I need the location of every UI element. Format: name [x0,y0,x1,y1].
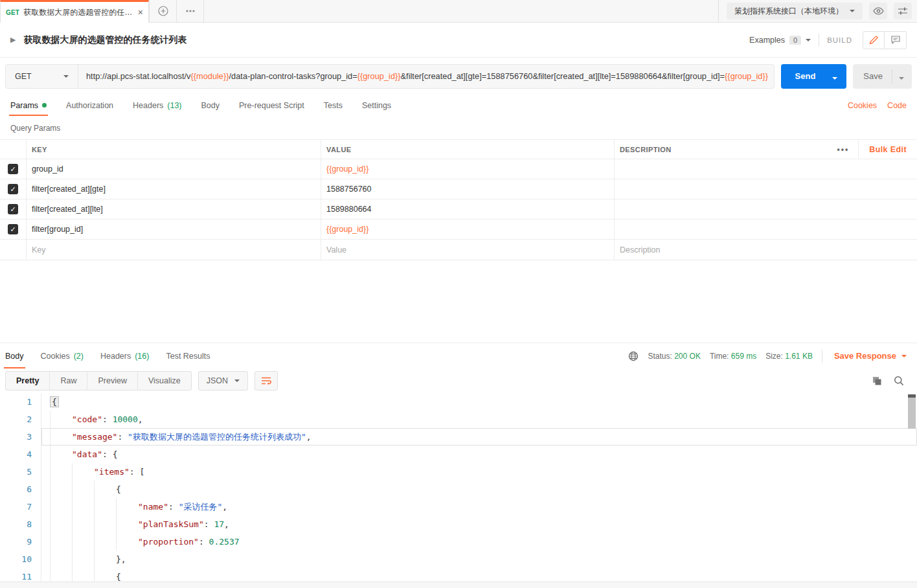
bulk-edit-link[interactable]: Bulk Edit [869,145,907,154]
param-checkbox[interactable]: ✓ [8,184,18,194]
code-token: { [116,484,121,494]
url-segment: {{module}} [190,71,229,81]
indent-guide [72,550,94,568]
url-segment: /data-plan-control-tasks?group_id= [229,71,357,81]
environment-selector[interactable]: 策划指挥系统接口（本地环境） [727,3,863,19]
indent-guide [72,515,94,533]
param-checkbox[interactable]: ✓ [8,164,18,174]
code-token: "planTaskSum" [138,519,204,529]
code-token: : [168,502,179,512]
environment-settings-button[interactable] [894,3,912,19]
response-tab-test-results[interactable]: Test Results [166,343,210,368]
wrap-text-button[interactable] [255,371,278,390]
save-label: Save [853,71,892,81]
request-tab-authorization[interactable]: Authorization [66,95,113,116]
code-token: "name" [138,502,168,512]
code-link[interactable]: Code [887,101,907,110]
copy-icon[interactable] [872,376,882,386]
response-tab-body[interactable]: Body [5,343,24,368]
edit-request-button[interactable] [863,31,885,49]
code-token: , [222,502,227,512]
response-body-editor[interactable]: 1{2"code": 10000,3"message": "获取数据大屏的选题管… [0,393,917,582]
indent-guide [116,533,138,550]
indent-guide [50,428,72,446]
globe-icon[interactable] [628,351,639,361]
param-description-placeholder[interactable]: Description [614,240,917,260]
request-tab-body[interactable]: Body [201,95,220,116]
save-button[interactable]: Save [853,64,912,89]
plus-circle-icon [158,6,168,16]
request-tab-settings[interactable]: Settings [362,95,391,116]
indent-guide [94,550,116,568]
line-number: 2 [0,411,41,428]
param-checkbox[interactable]: ✓ [8,204,18,214]
search-icon[interactable] [894,376,904,386]
scrollbar[interactable] [908,394,916,429]
collapse-arrow-icon[interactable]: ▶ [10,36,16,44]
code-token: : [117,432,128,442]
request-tab[interactable]: GET 获取数据大屏的选题管控的任务... × [0,0,149,23]
url-builder: GET http://api.pcs-stat.localhost/v{{mod… [0,58,917,95]
horizontal-scrollbar-track[interactable] [0,582,917,588]
code-line: 5"items": [ [0,463,917,481]
param-description-cell[interactable] [614,159,917,179]
indent-guide [94,498,116,515]
param-checkbox[interactable]: ✓ [8,224,18,234]
param-value-placeholder[interactable]: Value [321,240,614,260]
param-value-cell[interactable]: 1588756760 [321,179,614,199]
code-token: [ [139,467,144,477]
chevron-down-icon[interactable] [899,77,904,80]
column-header-key: KEY [26,140,321,159]
comment-icon [891,36,900,44]
request-header: ▶ 获取数据大屏的选题管控的任务统计列表 Examples 0 BUILD [0,23,917,58]
param-value-cell[interactable]: {{group_id}} [321,159,614,179]
send-button[interactable]: Send [781,64,847,89]
param-description-cell[interactable] [614,199,917,219]
param-key-cell[interactable]: group_id [26,159,321,179]
response-tab-cookies[interactable]: Cookies(2) [41,343,84,368]
close-icon[interactable]: × [138,8,143,17]
param-key-cell[interactable]: filter[group_id] [26,220,321,239]
request-title: 获取数据大屏的选题管控的任务统计列表 [23,34,187,46]
tab-options-button[interactable] [176,0,203,22]
request-tab-pre-request-script[interactable]: Pre-request Script [239,95,304,116]
response-tab-headers[interactable]: Headers(16) [100,343,149,368]
eye-icon [873,7,884,15]
param-description-cell[interactable] [614,220,917,239]
line-number: 6 [0,481,41,498]
params-menu-button[interactable]: ••• [828,145,859,154]
method-selector[interactable]: GET [6,65,78,88]
view-tab-pretty[interactable]: Pretty [6,372,49,390]
indent-guide [72,481,94,498]
url-input[interactable]: http://api.pcs-stat.localhost/v{{module}… [78,71,774,81]
cookies-link[interactable]: Cookies [848,101,877,110]
param-key-cell[interactable]: filter[created_at][gte] [26,179,321,199]
code-token: 17 [214,519,224,529]
request-tab-params[interactable]: Params [10,95,47,116]
param-description-cell[interactable] [614,179,917,199]
indent-guide [72,463,94,481]
request-tab-tests[interactable]: Tests [324,95,343,116]
view-tab-preview[interactable]: Preview [87,372,137,390]
comments-button[interactable] [885,31,907,49]
save-response-button[interactable]: Save Response [834,351,907,361]
view-tab-raw[interactable]: Raw [49,372,87,390]
param-value-cell[interactable]: {{group_id}} [321,220,614,239]
environment-quick-look-button[interactable] [869,3,887,19]
code-token: "获取数据大屏的选题管控的任务统计列表成功" [128,432,306,442]
format-selector[interactable]: JSON [198,371,248,390]
chevron-down-icon [901,355,907,357]
url-segment: api.pcs-stat.localhost/v [107,71,190,81]
new-tab-button[interactable] [149,0,176,22]
request-tab-headers[interactable]: Headers(13) [133,95,181,116]
code-token: "proportion" [138,537,199,547]
code-token: 10000 [113,414,138,424]
send-label: Send [781,71,829,81]
line-number: 4 [0,446,41,463]
view-tab-visualize[interactable]: Visualize [137,372,191,390]
param-value-cell[interactable]: 1589880664 [321,199,614,219]
examples-dropdown[interactable]: Examples 0 [749,36,811,45]
chevron-down-icon[interactable] [832,77,837,80]
param-key-placeholder[interactable]: Key [26,240,321,260]
param-key-cell[interactable]: filter[created_at][lte] [26,199,321,219]
